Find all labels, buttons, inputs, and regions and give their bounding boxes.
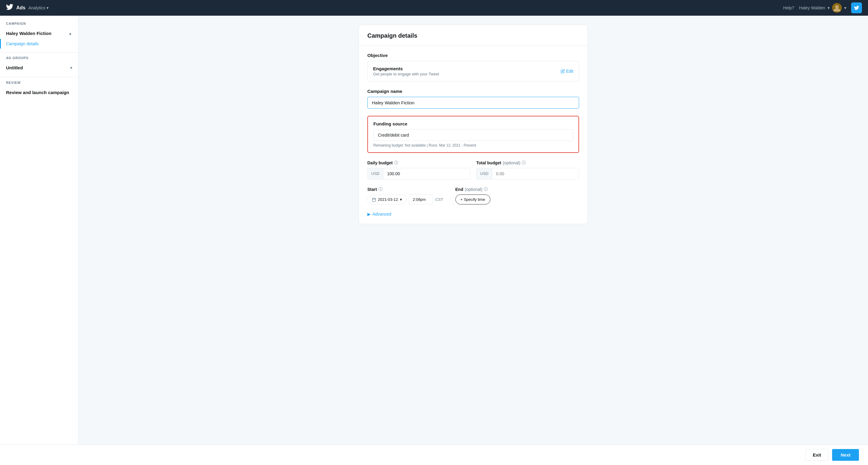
nav-right: Help? Haley Walden ▾ ▾ — [783, 2, 862, 13]
sidebar-campaign-name[interactable]: Haley Walden Fiction ▲ — [0, 28, 78, 39]
sidebar-divider-2 — [0, 77, 78, 77]
budget-row: Daily budget ⓘ USD Total budget ( — [367, 160, 579, 179]
budget-section: Daily budget ⓘ USD Total budget ( — [367, 160, 579, 179]
untitled-chevron-icon: ▾ — [70, 66, 72, 70]
end-date-field: End (optional) ⓘ + Specify time — [456, 187, 490, 205]
sidebar-item-campaign-details[interactable]: Campaign details — [0, 39, 78, 49]
end-label: End (optional) ⓘ — [456, 187, 490, 192]
campaign-section-label: CAMPAIGN — [0, 22, 78, 28]
campaign-chevron-icon: ▲ — [68, 31, 72, 36]
objective-section: Objective Engagements Get people to enga… — [367, 53, 579, 82]
sidebar: CAMPAIGN Haley Walden Fiction ▲ Campaign… — [0, 16, 79, 465]
page-footer: Exit Next — [0, 444, 868, 465]
objective-description: Get people to engage with your Tweet — [373, 72, 439, 76]
daily-budget-label: Daily budget ⓘ — [367, 160, 470, 165]
user-name: Haley Walden — [799, 5, 825, 10]
top-navigation: Ads Analytics ▾ Help? Haley Walden ▾ ▾ — [0, 0, 868, 16]
specify-time-button[interactable]: + Specify time — [456, 194, 490, 205]
funding-info-text: Remaining budget: Not available | Runs: … — [373, 143, 573, 148]
funding-source-label: Funding source — [373, 121, 573, 126]
campaign-details-card: Campaign details Objective Engagements G… — [359, 25, 588, 224]
end-optional-label: (optional) — [465, 187, 482, 192]
sidebar-divider-1 — [0, 52, 78, 53]
advanced-toggle[interactable]: ▶ Advanced — [367, 212, 579, 217]
daily-budget-input[interactable] — [383, 168, 470, 179]
analytics-label: Analytics — [28, 5, 45, 10]
objective-label: Objective — [367, 53, 579, 58]
daily-budget-info-icon[interactable]: ⓘ — [394, 160, 398, 165]
end-date-controls: + Specify time — [456, 194, 490, 205]
start-date-value: 2021-03-12 — [378, 197, 398, 202]
compose-button[interactable] — [851, 2, 862, 13]
help-link[interactable]: Help? — [783, 5, 795, 10]
twitter-logo-icon — [6, 3, 13, 12]
date-section: Start ⓘ 2021-03-12 ▾ CST — [367, 187, 579, 205]
start-date-button[interactable]: 2021-03-12 ▾ — [367, 194, 407, 205]
exit-button[interactable]: Exit — [805, 449, 829, 461]
account-chevron-icon: ▾ — [844, 5, 846, 10]
svg-rect-2 — [372, 198, 376, 202]
objective-content: Engagements Get people to engage with yo… — [373, 66, 439, 76]
funding-source-section: Funding source Credit/debit card Remaini… — [367, 116, 579, 153]
svg-point-1 — [835, 5, 839, 9]
daily-budget-currency: USD — [368, 168, 383, 179]
total-budget-optional: (optional) — [503, 160, 520, 165]
objective-title: Engagements — [373, 66, 439, 71]
user-chevron-icon: ▾ — [828, 5, 830, 10]
campaign-name-form-label: Campaign name — [367, 89, 579, 94]
ads-label: Ads — [16, 5, 25, 10]
daily-budget-input-wrap: USD — [367, 168, 470, 179]
end-info-icon[interactable]: ⓘ — [484, 187, 488, 192]
total-budget-input-wrap: USD — [476, 168, 579, 179]
campaign-name-section: Campaign name — [367, 89, 579, 108]
card-body: Objective Engagements Get people to enga… — [359, 45, 588, 224]
nav-left: Ads Analytics ▾ — [6, 3, 49, 12]
advanced-arrow-icon: ▶ — [367, 212, 371, 217]
daily-budget-field: Daily budget ⓘ USD — [367, 160, 470, 179]
total-budget-label: Total budget (optional) ⓘ — [476, 160, 579, 165]
user-menu[interactable]: Haley Walden ▾ ▾ — [799, 3, 846, 13]
analytics-dropdown[interactable]: Analytics ▾ — [28, 5, 49, 10]
start-date-controls: 2021-03-12 ▾ CST — [367, 194, 443, 205]
funding-source-box: Funding source Credit/debit card Remaini… — [367, 116, 579, 153]
main-content: Campaign details Objective Engagements G… — [79, 16, 868, 465]
sidebar-item-untitled[interactable]: Untitled ▾ — [0, 62, 78, 73]
page-layout: CAMPAIGN Haley Walden Fiction ▲ Campaign… — [0, 0, 868, 465]
avatar — [832, 3, 842, 13]
sidebar-item-review[interactable]: Review and launch campaign — [0, 87, 78, 98]
start-info-icon[interactable]: ⓘ — [378, 187, 382, 192]
next-button[interactable]: Next — [832, 449, 859, 461]
edit-objective-button[interactable]: Edit — [561, 69, 574, 73]
total-budget-input[interactable] — [492, 168, 579, 179]
campaign-name-label: Haley Walden Fiction — [6, 31, 51, 36]
total-budget-info-icon[interactable]: ⓘ — [522, 160, 526, 165]
start-date-chevron-icon: ▾ — [400, 197, 402, 202]
start-date-field: Start ⓘ 2021-03-12 ▾ CST — [367, 187, 443, 205]
campaign-name-input[interactable] — [367, 97, 579, 108]
ad-groups-section-label: AD GROUPS — [0, 56, 78, 62]
card-header: Campaign details — [359, 25, 588, 45]
funding-source-select[interactable]: Credit/debit card — [373, 129, 573, 141]
analytics-chevron-icon: ▾ — [46, 5, 49, 10]
total-budget-currency: USD — [476, 168, 492, 179]
start-timezone-label: CST — [435, 197, 443, 202]
total-budget-field: Total budget (optional) ⓘ USD — [476, 160, 579, 179]
review-section-label: REVIEW — [0, 81, 78, 87]
page-title: Campaign details — [367, 32, 579, 39]
date-row: Start ⓘ 2021-03-12 ▾ CST — [367, 187, 579, 205]
objective-box: Engagements Get people to engage with yo… — [367, 61, 579, 82]
start-label: Start ⓘ — [367, 187, 443, 192]
start-time-input[interactable] — [409, 194, 433, 205]
